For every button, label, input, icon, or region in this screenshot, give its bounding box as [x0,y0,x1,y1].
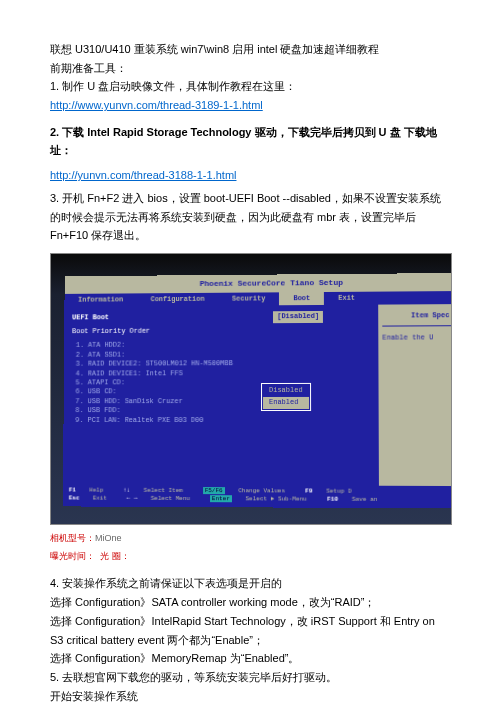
prep-heading: 前期准备工具： [50,59,450,78]
key-f5f6: F5/F6 [203,487,225,494]
photo-meta: 相机型号：MiOne [50,531,450,546]
boot-item: 7. USB HDD: SanDisk Cruzer [75,397,369,407]
key-esc-text: Exit [93,495,107,502]
key-f10: F10 [327,496,338,503]
step-4-intro: 4. 安装操作系统之前请保证以下表选项是开启的 [50,574,450,593]
step-2: 2. 下载 Intel Rapid Storage Technology 驱动，… [50,123,450,160]
aperture-label: 光 圈： [100,551,130,561]
step-5: 5. 去联想官网下载您的驱动，等系统安装完毕后好打驱动。 [50,668,450,687]
key-lr-text: Select Menu [151,495,190,502]
key-f9-text: Setup D [326,488,352,495]
key-updown-text: Select Item [144,487,183,494]
boot-item: 6. USB CD: [75,387,369,397]
bios-tab-information: Information [64,293,136,307]
bios-footer: F1 Help ↑↓ Select Item F5/F6 Change Valu… [63,485,452,509]
camera-model-value: MiOne [95,533,122,543]
key-esc: Esc [69,495,80,502]
boot-priority-label: Boot Priority Order [72,325,369,338]
link-irst-driver[interactable]: http://yunvn.com/thread-3188-1-1.html [50,169,236,181]
bios-tab-security: Security [218,292,279,306]
key-f1: F1 [69,487,76,494]
item-spec-text: Enable the U [382,332,452,344]
step-4b: 选择 Configuration》IntelRapid Start Techno… [50,612,450,649]
key-lr: ← → [127,495,138,502]
popup-option-enabled: Enabled [263,397,309,409]
step-1: 1. 制作 U 盘启动映像文件，具体制作教程在这里： [50,77,450,96]
uefi-popup: Disabled Enabled [261,383,311,411]
key-f5f6-text: Change Values [238,488,285,495]
final-line: 开始安装操作系统 [50,687,450,706]
step-3: 3. 开机 Fn+F2 进入 bios，设置 boot-UEFI Boot --… [50,189,450,245]
key-f9: F9 [305,488,312,495]
boot-item: 5. ATAPI CD: [76,378,370,388]
uefi-boot-label: UEFI Boot [72,312,269,325]
boot-item: 8. USB FDD: [75,406,369,416]
step-4c: 选择 Configuration》MemoryRemap 为“Enabled”。 [50,649,450,668]
bios-screenshot: Phoenix SecureCore Tiano Setup Informati… [50,253,452,525]
bios-tab-configuration: Configuration [137,292,218,306]
exposure-label: 曝光时间： [50,551,95,561]
item-spec-title: Item Spec [382,310,452,326]
step-4a: 选择 Configuration》SATA controller working… [50,593,450,612]
boot-priority-list: 1. ATA HDD2: 2. ATA SSD1: 3. RAID DEVICE… [75,340,369,425]
boot-item: 4. RAID DEVICE1: Intel FFS [76,368,370,378]
bios-tab-exit: Exit [324,291,369,305]
uefi-boot-value: [Disabled] [273,311,323,323]
bios-tab-boot: Boot [279,291,324,305]
popup-option-disabled: Disabled [263,385,309,397]
camera-model-label: 相机型号： [50,533,95,543]
key-enter: Enter [210,495,232,502]
key-enter-text: Select ► Sub-Menu [245,495,306,502]
article-title: 联想 U310/U410 重装系统 win7\win8 启用 intel 硬盘加… [50,40,450,59]
link-ubootimage[interactable]: http://www.yunvn.com/thread-3189-1-1.htm… [50,99,263,111]
photo-meta2: 曝光时间： 光 圈： [50,549,450,564]
key-f10-text: Save an [352,496,378,503]
boot-item: 9. PCI LAN: Realtek PXE B03 D00 [75,416,369,426]
key-f1-text: Help [89,487,103,494]
key-updown: ↑↓ [123,487,130,494]
